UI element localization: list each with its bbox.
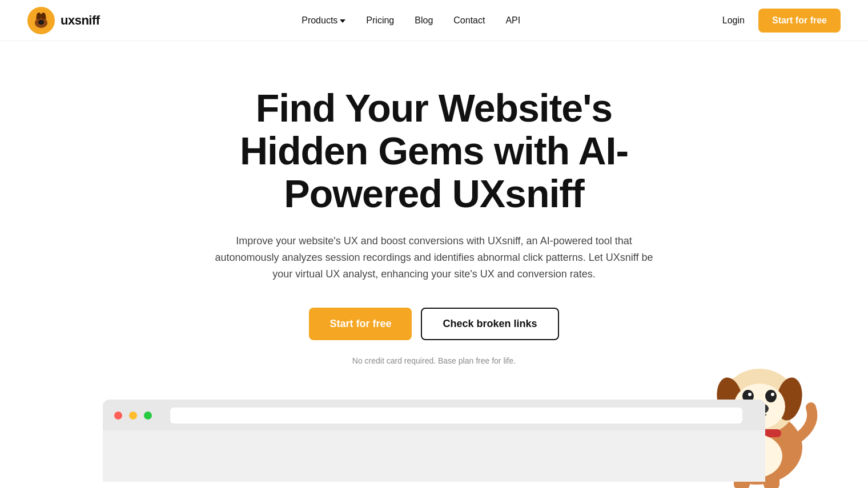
logo-link[interactable]: uxsniff bbox=[27, 7, 100, 34]
pricing-link[interactable]: Pricing bbox=[366, 15, 394, 25]
chevron-down-icon bbox=[340, 19, 345, 23]
browser-minimize-dot bbox=[129, 412, 137, 420]
heatmaps-section: HEATMAPS bbox=[103, 482, 765, 488]
start-free-button-nav[interactable]: Start for free bbox=[758, 9, 841, 33]
nav-item-products[interactable]: Products bbox=[302, 15, 345, 26]
nav-right: Login Start for free bbox=[722, 9, 841, 33]
svg-point-15 bbox=[771, 393, 774, 396]
nav-item-contact[interactable]: Contact bbox=[453, 15, 485, 26]
check-broken-links-button[interactable]: Check broken links bbox=[421, 308, 558, 340]
nav-item-blog[interactable]: Blog bbox=[415, 15, 433, 26]
login-link[interactable]: Login bbox=[722, 15, 745, 26]
blog-link[interactable]: Blog bbox=[415, 15, 433, 25]
browser-content bbox=[103, 430, 765, 482]
start-free-button-hero[interactable]: Start for free bbox=[309, 308, 412, 340]
svg-point-3 bbox=[37, 13, 41, 19]
navbar: uxsniff Products Pricing Blog Contact AP… bbox=[0, 0, 868, 41]
browser-titlebar bbox=[103, 400, 765, 430]
browser-addressbar bbox=[170, 408, 742, 424]
hero-cta-buttons: Start for free Check broken links bbox=[309, 308, 558, 340]
svg-point-6 bbox=[39, 21, 43, 23]
hero-subtitle: Improve your website's UX and boost conv… bbox=[206, 233, 662, 282]
contact-link[interactable]: Contact bbox=[453, 15, 485, 25]
browser-close-dot bbox=[114, 412, 122, 420]
browser-maximize-dot bbox=[144, 412, 152, 420]
logo-text: uxsniff bbox=[61, 13, 100, 28]
svg-point-13 bbox=[765, 390, 777, 402]
nav-item-pricing[interactable]: Pricing bbox=[366, 15, 394, 26]
products-label: Products bbox=[302, 15, 337, 26]
svg-point-4 bbox=[41, 13, 46, 19]
api-link[interactable]: API bbox=[505, 15, 520, 25]
logo-icon bbox=[27, 7, 55, 34]
nav-item-api[interactable]: API bbox=[505, 15, 520, 26]
hero-note: No credit card required. Base plan free … bbox=[352, 356, 516, 365]
nav-links: Products Pricing Blog Contact API bbox=[302, 15, 520, 26]
hero-section: Find Your Website's Hidden Gems with AI-… bbox=[0, 41, 868, 482]
browser-mockup bbox=[103, 400, 765, 482]
hero-title: Find Your Website's Hidden Gems with AI-… bbox=[188, 87, 680, 215]
products-link[interactable]: Products bbox=[302, 15, 345, 26]
svg-point-14 bbox=[748, 393, 752, 396]
browser-mockup-container bbox=[103, 400, 765, 482]
